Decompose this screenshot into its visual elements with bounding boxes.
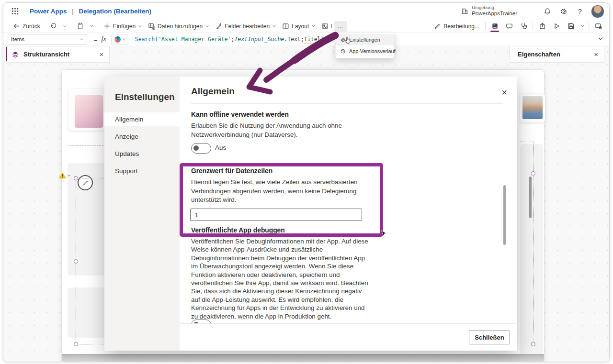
history-icon: [340, 48, 346, 54]
divider: [533, 22, 533, 30]
publish-button[interactable]: [591, 21, 605, 32]
paste-menu-button[interactable]: [87, 22, 97, 30]
gallery-scrollbar[interactable]: [529, 176, 532, 218]
tree-view-tab[interactable]: Strukturansicht ×: [8, 46, 110, 63]
bell-icon: [544, 8, 551, 15]
formula-input[interactable]: Search('Asset Manager Geräte';TextInput_…: [135, 36, 324, 43]
back-arrow-icon: [13, 22, 20, 30]
menu-item-app-versionsverlauf[interactable]: App-Versionsverlauf: [336, 45, 394, 57]
background-color-button[interactable]: Hintergrundfarbe: [318, 21, 332, 31]
chevron-down-icon: [122, 37, 126, 41]
share-icon: [539, 22, 546, 30]
preview-button[interactable]: [549, 21, 564, 32]
settings-dialog-title: Einstellungen: [115, 92, 175, 102]
profile-photo: [522, 96, 543, 119]
delegation-warning[interactable]: [59, 172, 71, 179]
properties-tab[interactable]: Eigenschaften ×: [509, 46, 604, 63]
property-selector[interactable]: Items: [8, 34, 87, 44]
building-icon: [461, 8, 468, 15]
selection-handle[interactable]: [74, 259, 78, 264]
undo-button[interactable]: [47, 21, 60, 31]
plus-icon: [103, 22, 111, 30]
editing-mode-dropdown[interactable]: Bearbeitung...: [430, 23, 483, 30]
user-avatar[interactable]: [591, 5, 604, 18]
dialog-scrollbar[interactable]: [503, 185, 506, 245]
row-limit-section-title: Grenzwert für Datenzeilen: [191, 167, 272, 175]
nav-item-updates[interactable]: Updates: [104, 147, 180, 161]
row-limit-input[interactable]: [190, 209, 362, 221]
play-icon: [553, 22, 560, 30]
app-authoring-button[interactable]: [488, 21, 502, 32]
table-add-icon: [148, 22, 155, 30]
debug-section-title: Veröffentlichte App debuggen: [191, 227, 285, 234]
layout-icon: [282, 22, 289, 30]
save-button[interactable]: [564, 21, 578, 32]
insert-button[interactable]: Einfügen: [101, 21, 145, 31]
app-name[interactable]: Power Apps: [30, 8, 67, 15]
tree-view-tab-label: Strukturansicht: [23, 51, 99, 58]
edit-record-button[interactable]: [78, 175, 93, 190]
close-dialog-button[interactable]: Schließen: [469, 331, 510, 344]
undo-menu-button[interactable]: [60, 22, 70, 30]
chevron-down-icon: [580, 24, 585, 28]
layout-button[interactable]: Layout: [279, 21, 318, 31]
copilot-button[interactable]: [111, 34, 129, 44]
help-button[interactable]: ?: [572, 4, 588, 19]
selection-handle[interactable]: [531, 171, 535, 176]
notifications-button[interactable]: [539, 4, 556, 19]
question-icon: ?: [578, 8, 582, 15]
gallery-placeholder: [520, 144, 543, 362]
selection-handle[interactable]: [531, 342, 535, 346]
chevron-down-icon: [311, 24, 316, 28]
selection-handle[interactable]: [74, 342, 78, 346]
selection-border: [76, 178, 105, 178]
background-image-icon: [321, 22, 329, 30]
menu-item-einstellungen[interactable]: Einstellungen: [336, 34, 394, 45]
nav-item-anzeige[interactable]: Anzeige: [104, 130, 180, 143]
offline-toggle-label: Aus: [215, 144, 226, 151]
paste-button[interactable]: [74, 21, 87, 31]
app-checker-button[interactable]: [516, 21, 531, 32]
waffle-icon[interactable]: [11, 7, 19, 15]
chevron-down-icon: [272, 24, 276, 28]
offline-section-description: Erlauben Sie die Nutzung der Anwendung a…: [191, 121, 358, 139]
selection-handle[interactable]: [74, 176, 78, 180]
edit-fields-button[interactable]: Felder bearbeiten: [212, 21, 279, 31]
dialog-close-button[interactable]: ×: [498, 86, 511, 99]
app-title: Power Apps | Delegation (Bearbeiten): [30, 8, 151, 15]
settings-gear-button[interactable]: [556, 4, 572, 19]
left-rail-indicator: [6, 47, 7, 61]
comments-button[interactable]: [502, 21, 516, 32]
save-options-button[interactable]: [578, 21, 587, 32]
equals-sign: =: [94, 36, 98, 43]
command-bar: Zurück Einfügen Daten hinzufügen Felder: [3, 20, 609, 33]
stethoscope-icon: [520, 22, 527, 30]
add-data-button[interactable]: Daten hinzufügen: [145, 21, 212, 31]
debug-section-description: Veröffentlichen Sie Debuginformationen m…: [191, 237, 372, 320]
gallery-card-placeholder: [68, 287, 106, 338]
nav-item-support[interactable]: Support: [104, 164, 180, 178]
close-icon[interactable]: ×: [99, 50, 103, 58]
back-button[interactable]: Zurück: [10, 21, 43, 31]
settings-dialog: Einstellungen Allgemein Anzeige Updates …: [104, 77, 517, 351]
formula-bar-expand-chevron[interactable]: [598, 36, 603, 42]
title-bar-right: Umgebung PowerAppsTrainer ?: [461, 3, 604, 20]
formula-bar: Items = fx Search('Asset Manager Geräte'…: [3, 33, 609, 46]
more-commands-button[interactable]: …: [334, 21, 347, 32]
environment-picker[interactable]: Umgebung PowerAppsTrainer: [461, 5, 517, 17]
app-frame-bottom-bar: [62, 354, 544, 362]
document-title: Delegation (Bearbeiten): [79, 8, 152, 15]
gallery-item-image[interactable]: [75, 95, 103, 128]
title-bar: Power Apps | Delegation (Bearbeiten) Umg…: [3, 3, 609, 20]
close-icon[interactable]: ×: [594, 50, 598, 58]
book-icon: [491, 22, 499, 30]
properties-tab-label: Eigenschaften: [518, 51, 594, 58]
dialog-footer: Schließen: [180, 323, 517, 351]
offline-toggle[interactable]: [191, 143, 211, 154]
offline-section-title: Kann offline verwendet werden: [191, 111, 289, 118]
nav-item-allgemein[interactable]: Allgemein: [104, 112, 180, 126]
settings-page-heading: Allgemein: [191, 86, 235, 97]
share-button[interactable]: [535, 21, 549, 32]
comment-icon: [506, 22, 513, 30]
clipboard-icon: [77, 22, 84, 30]
